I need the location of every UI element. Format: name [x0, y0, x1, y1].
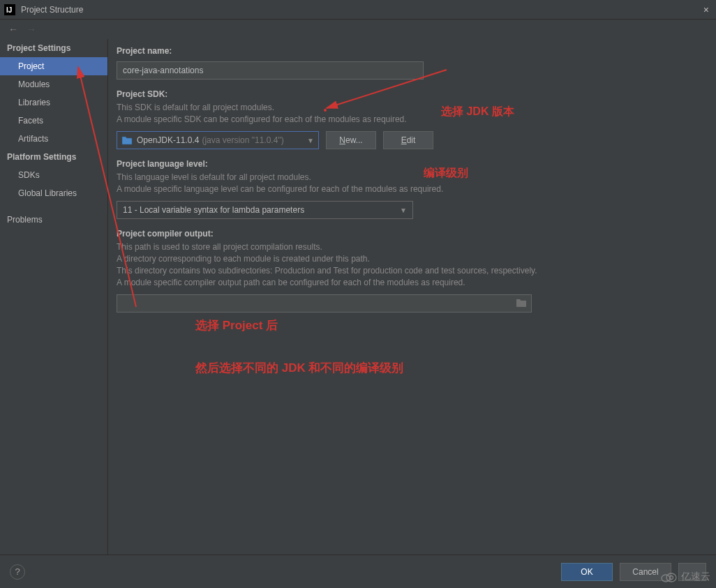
lang-level-value: 11 - Local variable syntax for lambda pa…	[123, 205, 304, 215]
sidebar-item-problems[interactable]: Problems	[0, 211, 107, 229]
project-name-label: Project name:	[117, 46, 703, 56]
platform-settings-header: Platform Settings	[0, 148, 107, 166]
content-panel: Project name: Project SDK: This SDK is d…	[108, 39, 716, 555]
close-icon[interactable]: ×	[701, 4, 712, 15]
cancel-button[interactable]: Cancel	[620, 563, 671, 581]
compiler-output-desc2: A directory corresponding to each module…	[117, 253, 703, 265]
sdk-selected-name: OpenJDK-11.0.4	[137, 135, 199, 145]
project-sdk-desc2: A module specific SDK can be configured …	[117, 114, 703, 126]
sidebar-item-sdks[interactable]: SDKs	[0, 166, 107, 184]
ok-button[interactable]: OK	[561, 563, 613, 581]
extra-button[interactable]	[678, 563, 706, 581]
project-settings-header: Project Settings	[0, 39, 107, 57]
chevron-down-icon: ▼	[307, 137, 314, 144]
compiler-output-label: Project compiler output:	[117, 229, 703, 239]
sidebar-item-artifacts[interactable]: Artifacts	[0, 130, 107, 148]
sidebar-item-modules[interactable]: Modules	[0, 75, 107, 93]
sidebar-item-project[interactable]: Project	[0, 57, 107, 75]
app-icon: IJ	[4, 4, 15, 15]
sidebar: Project Settings Project Modules Librari…	[0, 39, 108, 555]
compiler-output-desc1: This path is used to store all project c…	[117, 241, 703, 253]
project-sdk-label: Project SDK:	[117, 89, 703, 99]
project-name-input[interactable]	[117, 61, 424, 80]
compiler-output-input[interactable]	[117, 294, 532, 312]
sidebar-item-global-libraries[interactable]: Global Libraries	[0, 184, 107, 202]
new-sdk-button[interactable]: New...	[326, 131, 376, 149]
browse-folder-icon[interactable]	[516, 298, 527, 310]
compiler-output-desc4: A module specific compiler output path c…	[117, 277, 703, 289]
lang-level-desc1: This language level is default for all p…	[117, 172, 703, 183]
nav-row: ← →	[0, 20, 716, 39]
sdk-selected-version: (java version "11.0.4")	[202, 135, 283, 145]
bottom-bar: ? OK Cancel	[0, 555, 716, 588]
forward-arrow-icon: →	[27, 24, 36, 35]
chevron-down-icon: ▼	[400, 206, 407, 214]
lang-level-label: Project language level:	[117, 159, 703, 169]
svg-text:IJ: IJ	[6, 6, 12, 14]
project-sdk-desc1: This SDK is default for all project modu…	[117, 102, 703, 114]
sidebar-item-facets[interactable]: Facets	[0, 112, 107, 130]
lang-level-dropdown[interactable]: 11 - Local variable syntax for lambda pa…	[117, 201, 413, 219]
folder-icon	[121, 135, 133, 145]
back-arrow-icon[interactable]: ←	[8, 24, 18, 35]
sidebar-item-libraries[interactable]: Libraries	[0, 93, 107, 112]
edit-sdk-button[interactable]: Edit	[383, 131, 433, 149]
help-button[interactable]: ?	[10, 564, 25, 580]
compiler-output-desc3: This directory contains two subdirectori…	[117, 265, 703, 277]
sdk-dropdown[interactable]: OpenJDK-11.0.4 (java version "11.0.4") ▼	[117, 131, 319, 149]
title-bar: IJ Project Structure ×	[0, 0, 716, 20]
lang-level-desc2: A module specific language level can be …	[117, 183, 703, 195]
window-title: Project Structure	[21, 5, 83, 15]
